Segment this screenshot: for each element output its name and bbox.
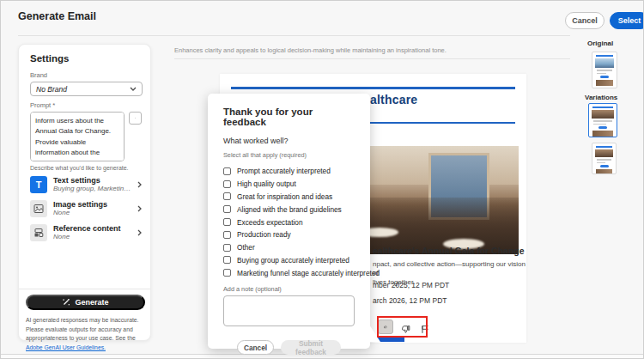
email-date-1: mber 2025, 12 PM PDT <box>373 281 449 289</box>
feedback-hint: Select all that apply (required) <box>223 151 355 159</box>
thumb-text-line <box>593 120 612 122</box>
feedback-cancel-button[interactable]: Cancel <box>237 340 274 355</box>
reference-content-detail: None <box>53 233 131 241</box>
feedback-question: What worked well? <box>223 137 355 145</box>
chevron-right-icon <box>137 229 142 236</box>
generation-note: Enhances clarity and appeals to logical … <box>174 46 569 54</box>
settings-panel: Settings Brand No Brand Prompt * Inform … <box>18 44 151 341</box>
checkbox[interactable] <box>223 167 231 175</box>
thumb-rule <box>592 106 613 108</box>
thumb-rule <box>596 55 613 57</box>
feedback-option[interactable]: High quality output <box>223 178 355 191</box>
prompt-helper: Describe what you'd like to generate. <box>30 165 142 171</box>
thumbs-up-icon[interactable] <box>378 319 393 334</box>
feedback-option-label: Prompt accurately interpreted <box>237 167 331 175</box>
feedback-option[interactable]: Buying group accurately interpreted <box>223 254 355 267</box>
feedback-option[interactable]: Production ready <box>223 228 355 241</box>
thumb-cta <box>600 88 609 88</box>
thumb-text-line <box>593 124 606 125</box>
feedback-option[interactable]: Great for inspiration and ideas <box>223 191 355 204</box>
thumb-text-line <box>597 70 612 71</box>
variation-thumbnail-1[interactable] <box>588 103 617 137</box>
text-settings-icon: T <box>30 176 47 193</box>
flag-icon[interactable] <box>417 322 433 337</box>
brand-select[interactable]: No Brand <box>30 82 143 96</box>
checkbox[interactable] <box>223 205 231 213</box>
reference-content-label: Reference content <box>53 224 131 234</box>
email-date-2: arch 2026, 12 PM PDT <box>373 296 447 305</box>
brand-label: Brand <box>30 71 142 79</box>
feedback-option-label: Production ready <box>237 230 291 239</box>
original-thumbnail[interactable] <box>592 52 617 88</box>
settings-title: Settings <box>30 53 142 64</box>
select-button[interactable]: Select <box>610 12 644 29</box>
prompt-input[interactable]: Inform users about the Annual Gala for C… <box>30 112 125 161</box>
submit-feedback-button[interactable]: Submit feedback <box>281 340 341 355</box>
feedback-option[interactable]: Other <box>223 241 355 254</box>
thumbs-down-icon[interactable] <box>398 322 413 337</box>
thumb-secondary-image <box>592 131 613 137</box>
chevron-right-icon <box>137 181 142 188</box>
feedback-option[interactable]: Prompt accurately interpreted <box>223 165 355 178</box>
chevron-down-icon <box>130 87 137 91</box>
feedback-option-label: High quality output <box>237 180 296 188</box>
checkbox[interactable] <box>223 269 231 277</box>
feedback-options: Prompt accurately interpreted High quali… <box>223 165 355 279</box>
checkbox[interactable] <box>223 218 231 226</box>
variations-label: Variations <box>585 94 617 101</box>
image-settings-icon <box>30 200 47 217</box>
chevron-right-icon <box>137 205 142 212</box>
checkbox[interactable] <box>223 256 231 264</box>
generate-button[interactable]: Generate <box>26 295 145 310</box>
thumb-text-line <box>597 159 611 161</box>
checkbox[interactable] <box>223 192 231 200</box>
email-top-rule <box>231 87 515 89</box>
feedback-option-label: Buying group accurately interpreted <box>237 256 349 265</box>
email-headline: ealthcare's Annual Gala for Change <box>373 246 525 256</box>
feedback-dialog-title: Thank you for your feedback <box>223 106 355 127</box>
feedback-option[interactable]: Exceeds expectation <box>223 216 355 228</box>
image-settings-item[interactable]: Image settings None <box>30 200 142 217</box>
feedback-option-label: Other <box>237 243 255 252</box>
cancel-button[interactable]: Cancel <box>565 12 605 29</box>
thumb-rule <box>596 146 612 148</box>
image-settings-detail: None <box>53 209 131 217</box>
toast-divider <box>174 58 570 59</box>
checkbox[interactable] <box>223 244 231 252</box>
genai-guidelines-link[interactable]: Adobe GenAI User Guidelines. <box>26 344 106 350</box>
variation-thumbnail-2[interactable] <box>592 143 617 174</box>
feedback-option-label: Aligned with the brand guidelines <box>237 205 342 214</box>
feedback-option[interactable]: Marketing funnel stage accurately interp… <box>223 266 355 279</box>
image-settings-label: Image settings <box>53 200 131 210</box>
text-settings-label: Text settings <box>53 176 131 186</box>
magic-wand-icon <box>62 298 70 307</box>
thumb-secondary-image <box>596 80 613 86</box>
panel-divider <box>19 289 150 289</box>
thumb-cta <box>600 76 609 78</box>
checkbox[interactable] <box>223 231 231 239</box>
original-label: Original <box>587 40 613 47</box>
prompt-label: Prompt * <box>30 101 142 109</box>
thumb-secondary-image <box>596 169 612 174</box>
thumb-cta <box>600 165 609 167</box>
text-settings-item[interactable]: T Text settings Buying group, Marketing … <box>30 176 142 193</box>
ai-disclaimer: AI generated responses may be inaccurate… <box>26 316 146 352</box>
feedback-dialog: Thank you for your feedback What worked … <box>208 94 370 349</box>
email-brand-header: althcare <box>370 93 417 106</box>
reference-content-item[interactable]: Reference content None <box>30 224 142 241</box>
copy-icon[interactable] <box>129 112 142 125</box>
thumb-hero-image <box>595 58 614 68</box>
thumb-text-line <box>597 162 605 164</box>
header-divider <box>18 35 570 36</box>
checkbox[interactable] <box>223 180 231 188</box>
feedback-option-label: Marketing funnel stage accurately interp… <box>237 269 380 277</box>
thumb-hero-image <box>592 110 614 119</box>
thumb-cta <box>598 126 607 129</box>
feedback-option[interactable]: Aligned with the brand guidelines <box>223 203 355 216</box>
note-input[interactable] <box>223 295 355 326</box>
brand-select-value: No Brand <box>36 85 67 94</box>
reference-content-icon <box>30 224 47 241</box>
feedback-option-label: Great for inspiration and ideas <box>237 192 332 201</box>
text-settings-detail: Buying group, Marketing journey stage, T… <box>53 185 131 193</box>
page-title: Generate Email <box>18 10 96 22</box>
